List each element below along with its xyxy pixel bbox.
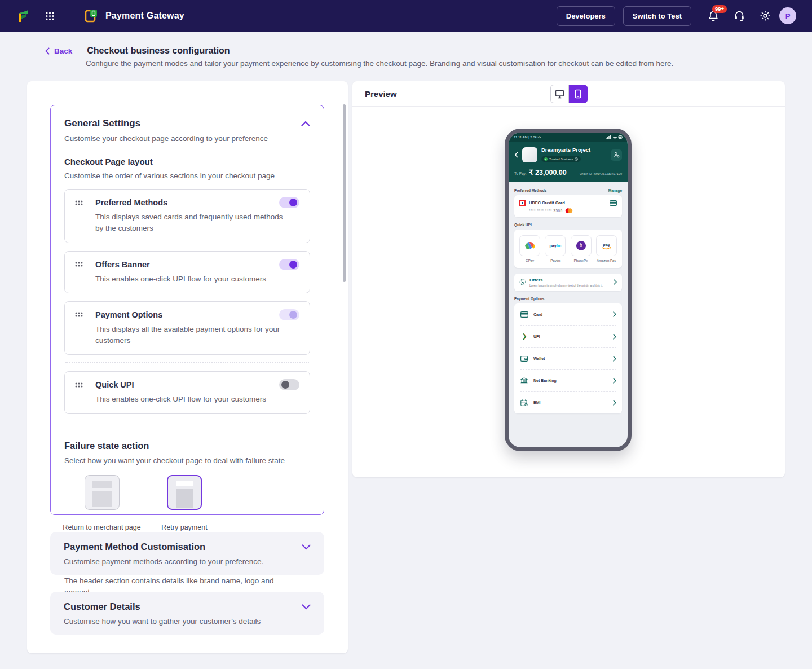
support-headset-icon[interactable] bbox=[733, 10, 745, 22]
payment-options-card: Card UPI Wallet Net Banking bbox=[514, 303, 622, 413]
card-name: HDFC Credit Card bbox=[529, 200, 565, 205]
back-link[interactable]: Back bbox=[45, 46, 72, 55]
amazon-pay-icon: pay bbox=[602, 242, 611, 250]
payment-gateway-icon bbox=[84, 8, 99, 23]
saved-card-row[interactable]: HDFC Credit Card **** **** **** 3505 bbox=[514, 195, 622, 217]
mobile-preview-button[interactable] bbox=[569, 85, 588, 103]
offers-banner-toggle[interactable] bbox=[279, 259, 299, 270]
layout-item-offers-banner: Offers Banner This enables one-click UPI… bbox=[64, 251, 310, 293]
desktop-icon bbox=[555, 90, 564, 99]
divider bbox=[64, 428, 310, 428]
settings-gear-icon[interactable] bbox=[759, 10, 771, 22]
offers-icon bbox=[519, 279, 526, 285]
emi-calendar-icon bbox=[520, 399, 528, 406]
layout-item-preferred-methods: Preferred Methods This displays saved ca… bbox=[64, 189, 310, 243]
quick-upi-app-phonepe[interactable]: पे PhonePe bbox=[571, 235, 592, 263]
hdfc-bank-icon bbox=[519, 200, 526, 206]
user-settings-icon[interactable] bbox=[611, 149, 622, 161]
drag-handle-icon[interactable] bbox=[75, 200, 83, 205]
nav-divider bbox=[69, 8, 69, 23]
chevron-down-icon[interactable] bbox=[302, 604, 311, 610]
info-icon bbox=[575, 157, 578, 161]
payment-option-netbanking[interactable]: Net Banking bbox=[520, 369, 616, 391]
offers-banner[interactable]: Offers Lorem Ipsum is simply dummy text … bbox=[514, 274, 622, 291]
notification-badge: 99+ bbox=[712, 5, 727, 13]
drag-handle-icon[interactable] bbox=[75, 312, 83, 317]
manage-link[interactable]: Manage bbox=[608, 188, 622, 192]
collapse-chevron-up-icon[interactable] bbox=[301, 121, 310, 126]
phonepe-icon: पे bbox=[576, 241, 586, 250]
wallet-icon bbox=[520, 355, 528, 362]
notifications-bell-icon[interactable]: 99+ bbox=[707, 10, 720, 22]
preview-title: Preview bbox=[365, 89, 397, 99]
offers-title: Offers bbox=[529, 278, 603, 283]
return-merchant-thumbnail bbox=[85, 475, 120, 510]
payment-option-emi[interactable]: EMI bbox=[520, 391, 616, 413]
layout-subtitle: Customise the order of various sections … bbox=[64, 170, 310, 182]
developers-button[interactable]: Developers bbox=[557, 6, 615, 26]
product-switcher[interactable]: Payment Gateway bbox=[84, 8, 184, 23]
back-chevron-icon bbox=[45, 47, 50, 55]
verified-check-icon bbox=[544, 157, 548, 161]
payment-option-card[interactable]: Card bbox=[520, 303, 616, 325]
drag-handle-icon[interactable] bbox=[75, 262, 83, 267]
switch-to-test-button[interactable]: Switch to Test bbox=[623, 6, 691, 26]
layout-item-payment-options: Payment Options This displays all the av… bbox=[64, 301, 310, 355]
quick-upi-app-amazonpay[interactable]: pay Amazon Pay bbox=[596, 235, 617, 263]
section-payment-method-customisation[interactable]: Payment Method Customisation Customise p… bbox=[50, 532, 324, 575]
failure-title: Failure state action bbox=[64, 441, 310, 451]
phone-checkout-header: Dreamyarts Project Trusted Business To P… bbox=[509, 142, 628, 182]
payment-options-toggle[interactable] bbox=[279, 309, 299, 320]
card-mask: **** **** **** 3505 bbox=[529, 209, 563, 213]
payment-option-wallet[interactable]: Wallet bbox=[520, 347, 616, 369]
gpay-icon bbox=[525, 242, 535, 250]
failure-option-retry-payment[interactable]: Retry payment bbox=[155, 475, 214, 531]
paytm-icon: paytm bbox=[550, 244, 562, 248]
product-name: Payment Gateway bbox=[105, 11, 184, 21]
order-id: Order ID : MNAJS1233427109 bbox=[580, 172, 622, 175]
settings-panel: General Settings Customise your checkout… bbox=[27, 81, 348, 653]
general-settings-title: General Settings bbox=[64, 118, 140, 129]
desktop-preview-button[interactable] bbox=[550, 85, 569, 103]
quick-upi-app-paytm[interactable]: paytm Paytm bbox=[545, 235, 566, 263]
layout-item-desc: This enables one-click UPI flow for your… bbox=[95, 394, 290, 405]
payment-option-upi[interactable]: UPI bbox=[520, 325, 616, 347]
merchant-name: Dreamyarts Project bbox=[541, 147, 590, 153]
quick-upi-app-gpay[interactable]: GPay bbox=[519, 235, 540, 263]
chevron-right-icon bbox=[613, 334, 616, 340]
bank-icon bbox=[520, 377, 528, 384]
user-avatar[interactable]: P bbox=[779, 7, 796, 24]
failure-subtitle: Select how you want your checkout page t… bbox=[64, 455, 310, 466]
layout-item-title: Offers Banner bbox=[95, 260, 150, 269]
page-title: Checkout business configuration bbox=[87, 46, 230, 56]
brand-logo-icon[interactable] bbox=[16, 8, 31, 24]
mobile-icon bbox=[575, 89, 581, 99]
chevron-down-icon[interactable] bbox=[302, 544, 311, 550]
layout-item-title: Payment Options bbox=[95, 310, 162, 319]
phone-preview: 11:11 AM | 2.0kb/s ... Dreamyarts Projec… bbox=[505, 129, 632, 451]
payment-options-label: Payment Options bbox=[514, 297, 544, 301]
drag-handle-icon[interactable] bbox=[75, 382, 83, 388]
general-settings-section: General Settings Customise your checkout… bbox=[50, 105, 324, 515]
card-icon bbox=[520, 311, 528, 318]
top-nav: Payment Gateway Developers Switch to Tes… bbox=[0, 0, 812, 32]
chevron-right-icon bbox=[613, 356, 616, 362]
general-settings-subtitle: Customise your checkout page according t… bbox=[64, 133, 310, 144]
apps-grid-icon[interactable] bbox=[46, 12, 54, 20]
status-icons bbox=[606, 135, 623, 139]
chevron-right-icon bbox=[613, 400, 616, 406]
failure-option-return-merchant[interactable]: Return to merchant page bbox=[64, 475, 139, 531]
dotted-divider bbox=[65, 362, 309, 363]
section-customer-details[interactable]: Customer Details Customise how you want … bbox=[50, 592, 324, 635]
preferred-methods-toggle[interactable] bbox=[279, 197, 299, 208]
chevron-right-icon bbox=[614, 279, 617, 285]
phone-back-icon[interactable] bbox=[514, 152, 518, 158]
amount: ₹ 23,000.00 bbox=[529, 168, 567, 177]
scrollbar[interactable] bbox=[343, 104, 346, 282]
layout-item-desc: This displays all the available payment … bbox=[95, 324, 290, 347]
offers-desc: Lorem Ipsum is simply dummy text of the … bbox=[529, 284, 603, 287]
preview-panel: Preview 11:11 AM | 2.0kb/s ... bbox=[352, 81, 785, 477]
quick-upi-label: Quick UPI bbox=[514, 223, 532, 227]
layout-item-desc: This enables one-click UPI flow for your… bbox=[95, 274, 290, 285]
quick-upi-toggle[interactable] bbox=[279, 379, 299, 390]
